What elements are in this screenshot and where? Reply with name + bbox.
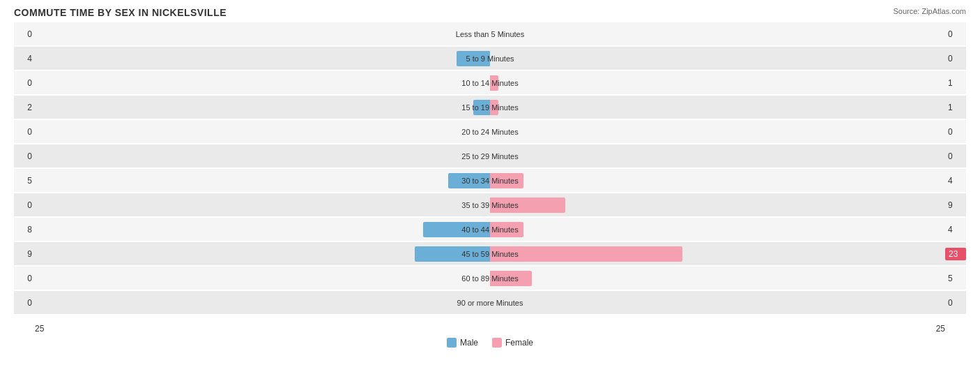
female-bar-container (490, 100, 498, 115)
bars-wrapper: 10 to 14 Minutes (35, 71, 945, 94)
table-row: 0Less than 5 Minutes0 (14, 22, 966, 45)
male-value: 0 (14, 151, 35, 161)
axis-labels: 25 25 (14, 324, 966, 334)
female-value: 23 (945, 248, 966, 260)
female-bar (490, 173, 523, 188)
female-value: 9 (945, 200, 966, 210)
female-bar (490, 75, 498, 91)
male-value: 0 (14, 29, 35, 39)
male-bar-container (423, 222, 490, 237)
bars-wrapper: Less than 5 Minutes (35, 22, 945, 45)
table-row: 060 to 89 Minutes5 (14, 267, 966, 290)
female-bar (490, 222, 523, 237)
female-value: 0 (945, 298, 966, 308)
female-value: 0 (945, 151, 966, 161)
male-value: 2 (14, 103, 35, 112)
legend-male-box (447, 338, 457, 348)
male-bar-container (415, 246, 490, 262)
male-bar (457, 51, 490, 66)
female-value: 4 (945, 176, 966, 186)
bars-wrapper: 5 to 9 Minutes (35, 47, 945, 70)
bars-wrapper: 25 to 29 Minutes (35, 144, 945, 167)
male-value: 8 (14, 225, 35, 234)
male-value: 0 (14, 298, 35, 308)
row-label: 20 to 24 Minutes (461, 128, 518, 136)
female-value: 0 (945, 127, 966, 137)
legend-male-label: Male (460, 338, 478, 348)
table-row: 530 to 34 Minutes4 (14, 169, 966, 192)
female-value: 1 (945, 78, 966, 88)
row-label: 25 to 29 Minutes (461, 152, 518, 161)
bars-wrapper: 30 to 34 Minutes (35, 169, 945, 192)
male-bar-container (457, 51, 490, 66)
female-bar (490, 271, 532, 286)
female-bar (490, 246, 682, 262)
male-value: 4 (14, 54, 35, 64)
legend-male: Male (447, 338, 478, 348)
table-row: 025 to 29 Minutes0 (14, 144, 966, 167)
legend: Male Female (14, 338, 966, 348)
row-label: 90 or more Minutes (457, 299, 523, 307)
legend-female-label: Female (505, 338, 533, 348)
male-value: 0 (14, 274, 35, 283)
female-bar-container (490, 173, 523, 188)
female-bar-container (490, 198, 565, 213)
female-bar-container (490, 246, 682, 262)
female-value: 5 (945, 274, 966, 283)
female-bar-container (490, 222, 523, 237)
bars-wrapper: 60 to 89 Minutes (35, 267, 945, 290)
table-row: 840 to 44 Minutes4 (14, 218, 966, 241)
source-label: Source: ZipAtlas.com (893, 7, 966, 15)
female-value: 4 (945, 225, 966, 234)
male-value: 9 (14, 249, 35, 259)
bars-wrapper: 90 or more Minutes (35, 291, 945, 314)
bars-wrapper: 20 to 24 Minutes (35, 120, 945, 143)
table-row: 010 to 14 Minutes1 (14, 71, 966, 94)
table-row: 215 to 19 Minutes1 (14, 96, 966, 119)
legend-female: Female (492, 338, 533, 348)
female-bar-container (490, 271, 532, 286)
chart-title: COMMUTE TIME BY SEX IN NICKELSVILLE (14, 7, 966, 18)
male-value: 0 (14, 127, 35, 137)
bars-wrapper: 45 to 59 Minutes (35, 242, 945, 265)
bars-wrapper: 35 to 39 Minutes (35, 193, 945, 216)
bars-wrapper: 40 to 44 Minutes (35, 218, 945, 241)
male-value: 5 (14, 176, 35, 186)
male-bar (423, 222, 490, 237)
male-value: 0 (14, 78, 35, 88)
chart-area: 0Less than 5 Minutes045 to 9 Minutes0010… (14, 22, 966, 322)
female-bar-container (490, 75, 498, 91)
axis-left: 25 (35, 324, 44, 334)
female-value: 1 (945, 103, 966, 112)
male-bar (473, 100, 490, 115)
female-bar (490, 100, 498, 115)
chart-container: COMMUTE TIME BY SEX IN NICKELSVILLE Sour… (0, 0, 980, 365)
axis-right: 25 (936, 324, 945, 334)
female-value: 0 (945, 54, 966, 64)
legend-female-box (492, 338, 502, 348)
female-value: 0 (945, 29, 966, 39)
male-bar (415, 246, 490, 262)
table-row: 020 to 24 Minutes0 (14, 120, 966, 143)
table-row: 090 or more Minutes0 (14, 291, 966, 314)
male-bar-container (448, 173, 490, 188)
table-row: 945 to 59 Minutes23 (14, 242, 966, 265)
table-row: 45 to 9 Minutes0 (14, 47, 966, 70)
table-row: 035 to 39 Minutes9 (14, 193, 966, 216)
male-value: 0 (14, 200, 35, 210)
row-label: Less than 5 Minutes (456, 30, 524, 38)
male-bar (448, 173, 490, 188)
male-bar-container (473, 100, 490, 115)
bars-wrapper: 15 to 19 Minutes (35, 96, 945, 119)
female-bar (490, 198, 565, 213)
